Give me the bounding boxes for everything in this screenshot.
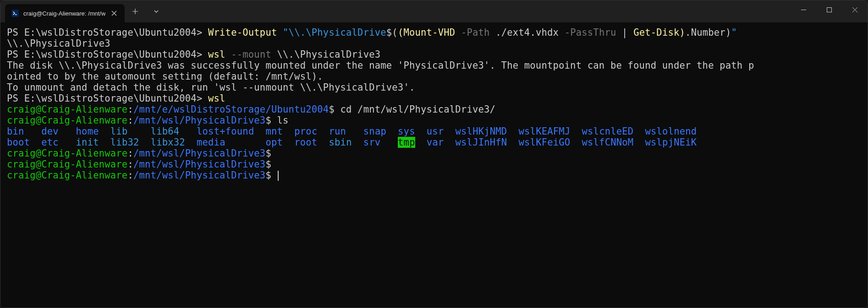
mount-msg-line1: The disk \\.\PhysicalDrive3 was successf… (7, 60, 754, 71)
ls-entry: run (329, 126, 346, 137)
ls-entry: wslpjNEiK (645, 137, 697, 148)
cursor (278, 171, 279, 181)
ls-entry: boot (7, 137, 30, 148)
ls-entry: srv (363, 137, 381, 148)
tab-title: craig@Craig-Alienware: /mnt/w (23, 10, 105, 17)
bash-dollar: $ (265, 148, 271, 159)
ls-entry: opt (266, 137, 283, 148)
window-controls (791, 0, 868, 19)
str-end: " (731, 27, 737, 38)
ls-entry: etc (41, 137, 59, 148)
ls-entry: lib64 (151, 126, 180, 137)
tab-dropdown-button[interactable] (146, 2, 167, 21)
ls-entry: proc (294, 126, 317, 137)
cmd-cd: cd /mnt/wsl/PhysicalDrive3/ (335, 104, 495, 115)
powershell-icon (11, 10, 19, 17)
bash-colon: : (127, 148, 133, 159)
ls-entry: libx32 (151, 137, 185, 148)
bash-dollar: $ (329, 104, 335, 115)
cmd-wsl: wsl (208, 49, 225, 60)
ps-prompt: PS E:\wslDistroStorage\Ubuntu2004> (7, 27, 208, 38)
ls-entry: root (294, 137, 317, 148)
mount-msg-line3: To unmount and detach the disk, run 'wsl… (7, 82, 415, 93)
minimize-button[interactable] (791, 0, 816, 19)
mount-msg-line2: ointed to by the automount setting (defa… (7, 71, 323, 82)
paren: ( (398, 27, 404, 38)
flag-passthru: -PassThru (565, 27, 616, 38)
str-literal: "\\.\PhysicalDrive (283, 27, 386, 38)
ls-entry: lib (110, 126, 128, 137)
ls-entry-tmp: tmp (398, 137, 415, 148)
cmd-write-output: Write-Output (208, 27, 277, 38)
cmd-get-disk: Get-Disk (633, 27, 679, 38)
ls-entry: bin (7, 126, 24, 137)
bash-path: /mnt/wsl/PhysicalDrive3 (133, 159, 265, 170)
bash-user: craig@Craig-Alienware (7, 159, 127, 170)
arg-vhdx: ./ext4.vhdx (490, 27, 565, 38)
cmd-wsl: wsl (208, 93, 225, 104)
ls-entry: var (427, 137, 444, 148)
terminal-output[interactable]: PS E:\wslDistroStorage\Ubuntu2004> Write… (0, 22, 868, 308)
close-window-button[interactable] (842, 0, 868, 19)
ls-entry: wslJInHfN (456, 137, 507, 148)
bash-dollar: $ (265, 159, 271, 170)
titlebar[interactable]: craig@Craig-Alienware: /mnt/w (0, 0, 868, 22)
bash-colon: : (127, 104, 133, 115)
bash-user: craig@Craig-Alienware (7, 104, 127, 115)
arg-drive: \\.\PhysicalDrive3 (277, 49, 381, 60)
bash-path: /mnt/e/wslDistroStorage/Ubuntu2004 (133, 104, 329, 115)
bash-user: craig@Craig-Alienware (7, 115, 127, 126)
ls-entry: sys (398, 126, 415, 137)
bash-colon: : (127, 115, 133, 126)
cmd-mount-vhd: Mount-VHD (403, 27, 455, 38)
paren-close: ) (680, 27, 686, 38)
tabs-area: craig@Craig-Alienware: /mnt/w (0, 0, 167, 22)
ls-entry: wslolnend (645, 126, 697, 137)
ls-entry: usr (427, 126, 444, 137)
flag-mount: --mount (231, 49, 271, 60)
svg-rect-7 (827, 7, 831, 12)
new-tab-button[interactable] (125, 2, 146, 21)
tab-active[interactable]: craig@Craig-Alienware: /mnt/w (5, 4, 125, 22)
bash-user: craig@Craig-Alienware (7, 148, 127, 159)
output-drivepath: \\.\PhysicalDrive3 (7, 38, 110, 49)
ls-entry: lost+found (197, 126, 254, 137)
maximize-button[interactable] (816, 0, 842, 19)
ls-entry: wslfCNNoM (582, 137, 633, 148)
ls-entry: snap (363, 126, 386, 137)
bash-colon: : (127, 170, 133, 181)
bash-dollar: $ (265, 115, 271, 126)
terminal-window: craig@Craig-Alienware: /mnt/w (0, 0, 868, 308)
ls-entry: sbin (329, 137, 352, 148)
ls-entry: media (197, 137, 225, 148)
bash-colon: : (127, 159, 133, 170)
ls-entry: dev (41, 126, 59, 137)
bash-path: /mnt/wsl/PhysicalDrive3 (133, 148, 265, 159)
ls-entry: wslKFeiGO (519, 137, 571, 148)
prop-number: Number (691, 27, 725, 38)
subexpr-open: $( (386, 27, 398, 38)
ls-entry: wslcnleED (582, 126, 634, 137)
bash-path: /mnt/wsl/PhysicalDrive3 (133, 170, 265, 181)
ls-entry: home (76, 126, 99, 137)
bash-user: craig@Craig-Alienware (7, 170, 127, 181)
flag-path: -Path (461, 27, 490, 38)
ls-entry: wslKEAFMJ (519, 126, 571, 137)
ls-entry: wslHKjNMD (456, 126, 507, 137)
tab-close-button[interactable] (110, 9, 118, 17)
ps-prompt: PS E:\wslDistroStorage\Ubuntu2004> (7, 93, 208, 104)
ls-entry: mnt (266, 126, 283, 137)
bash-path: /mnt/wsl/PhysicalDrive3 (133, 115, 265, 126)
ls-entry: lib32 (110, 137, 139, 148)
pipe: | (616, 27, 634, 38)
dot: . (685, 27, 691, 38)
ls-entry: init (76, 137, 99, 148)
ps-prompt: PS E:\wslDistroStorage\Ubuntu2004> (7, 49, 208, 60)
cmd-ls: ls (271, 115, 289, 126)
subexpr-close: ) (725, 27, 731, 38)
bash-dollar: $ (265, 170, 271, 181)
